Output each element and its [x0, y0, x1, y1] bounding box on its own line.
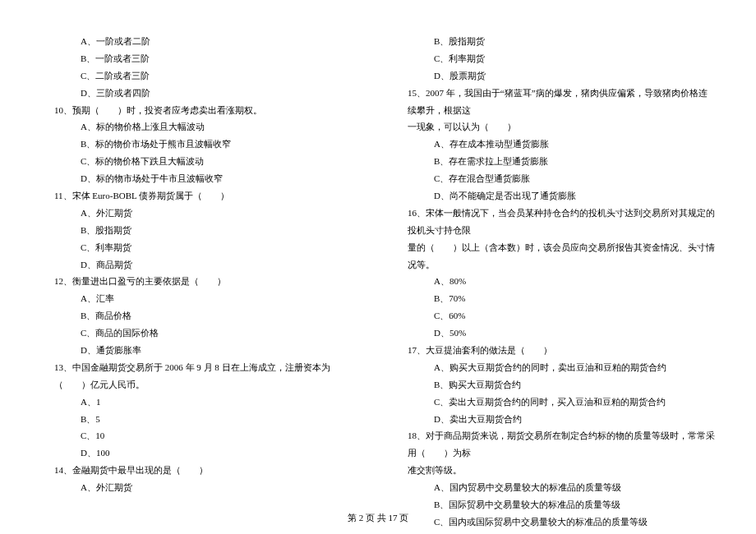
q18-stem: 18、对于商品期货来说，期货交易所在制定合约标的物的质量等级时，常常采用（ ）为…: [394, 427, 715, 462]
left-column: A、一阶或者二阶 B、一阶或者三阶 C、二阶或者三阶 D、三阶或者四阶 10、预…: [41, 33, 362, 485]
q10-stem: 10、预期（ ）时，投资者应考虑卖出看涨期权。: [41, 102, 362, 119]
q11-option-c: C、利率期货: [41, 239, 362, 256]
q9-option-c: C、二阶或者三阶: [41, 67, 362, 85]
q17-option-a: A、购买大豆期货合约的同时，卖出豆油和豆粕的期货合约: [394, 359, 715, 376]
q11-option-d: D、商品期货: [41, 256, 362, 274]
q18-option-b: B、国际贸易中交易量较大的标准品的质量等级: [394, 496, 715, 513]
page-footer: 第 2 页 共 17 页: [0, 512, 756, 524]
right-column: B、股指期货 C、利率期货 D、股票期货 15、2007 年，我国由于“猪蓝耳”…: [394, 33, 715, 485]
q15-option-a: A、存在成本推动型通货膨胀: [394, 136, 715, 153]
q9-option-b: B、一阶或者三阶: [41, 50, 362, 67]
page-content: A、一阶或者二阶 B、一阶或者三阶 C、二阶或者三阶 D、三阶或者四阶 10、预…: [0, 0, 756, 501]
q12-option-d: D、通货膨胀率: [41, 342, 362, 359]
q15-option-c: C、存在混合型通货膨胀: [394, 170, 715, 187]
q9-option-d: D、三阶或者四阶: [41, 85, 362, 102]
q17-option-d: D、卖出大豆期货合约: [394, 411, 715, 428]
q14-option-b: B、股指期货: [394, 33, 715, 50]
q17-option-b: B、购买大豆期货合约: [394, 376, 715, 394]
q18-option-d: D、国内或国际贸易中最通用和交易量较大的标准品的质量等级: [394, 531, 715, 534]
q14-option-d: D、股票期货: [394, 67, 715, 85]
q16-option-d: D、50%: [394, 325, 715, 342]
q18-option-a: A、国内贸易中交易量较大的标准品的质量等级: [394, 479, 715, 496]
q13-option-d: D、100: [41, 444, 362, 462]
q11-option-a: A、外汇期货: [41, 205, 362, 222]
q10-option-c: C、标的物价格下跌且大幅波动: [41, 153, 362, 170]
q11-stem: 11、宋体 Euro-BOBL 债券期货属于（ ）: [41, 187, 362, 205]
q12-stem: 12、衡量进出口盈亏的主要依据是（ ）: [41, 273, 362, 290]
q14-stem: 14、金融期货中最早出现的是（ ）: [41, 462, 362, 479]
q13-option-a: A、1: [41, 394, 362, 411]
q18-stem-cont: 准交割等级。: [394, 462, 715, 479]
q14-option-a: A、外汇期货: [41, 479, 362, 496]
q12-option-c: C、商品的国际价格: [41, 325, 362, 342]
q13-option-c: C、10: [41, 427, 362, 444]
q16-stem-cont: 量的（ ）以上（含本数）时，该会员应向交易所报告其资金情况、头寸情况等。: [394, 239, 715, 274]
q9-option-a: A、一阶或者二阶: [41, 33, 362, 50]
q13-option-b: B、5: [41, 411, 362, 428]
q12-option-a: A、汇率: [41, 290, 362, 307]
q16-stem: 16、宋体一般情况下，当会员某种持仓合约的投机头寸达到交易所对其规定的投机头寸持…: [394, 205, 715, 239]
q11-option-b: B、股指期货: [41, 222, 362, 239]
q15-stem-cont: 一现象，可以认为（ ）: [394, 118, 715, 136]
q12-option-b: B、商品价格: [41, 307, 362, 325]
q15-stem: 15、2007 年，我国由于“猪蓝耳”病的爆发，猪肉供应偏紧，导致猪肉价格连续攀…: [394, 85, 715, 119]
q17-option-c: C、卖出大豆期货合约的同时，买入豆油和豆粕的期货合约: [394, 394, 715, 411]
q15-option-b: B、存在需求拉上型通货膨胀: [394, 153, 715, 170]
q16-option-c: C、60%: [394, 307, 715, 325]
q17-stem: 17、大豆提油套利的做法是（ ）: [394, 342, 715, 359]
q16-option-b: B、70%: [394, 290, 715, 307]
q13-stem: 13、中国金融期货交易所于 2006 年 9 月 8 日在上海成立，注册资本为（…: [41, 359, 362, 394]
q10-option-d: D、标的物市场处于牛市且波幅收窄: [41, 170, 362, 187]
q15-option-d: D、尚不能确定是否出现了通货膨胀: [394, 187, 715, 205]
q10-option-b: B、标的物价市场处于熊市且波幅收窄: [41, 136, 362, 153]
q14-option-c: C、利率期货: [394, 50, 715, 67]
q16-option-a: A、80%: [394, 273, 715, 290]
q10-option-a: A、标的物价格上涨且大幅波动: [41, 118, 362, 136]
